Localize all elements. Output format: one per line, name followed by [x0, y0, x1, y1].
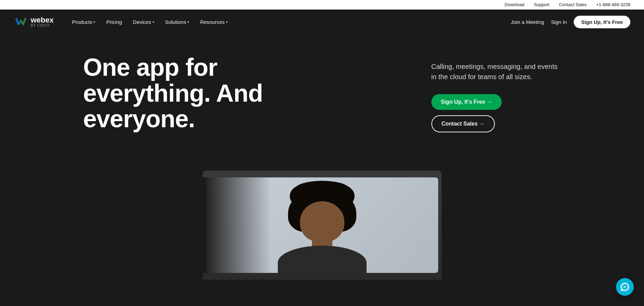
hero-left: One app for everything. And everyone. — [83, 55, 288, 142]
hero-image — [203, 171, 442, 280]
hero-right: Calling, meetings, messaging, and events… — [411, 55, 561, 132]
logo-cisco: by CISCO — [31, 24, 54, 27]
hero-image-placeholder — [203, 171, 442, 280]
sign-in-link[interactable]: Sign In — [551, 19, 567, 25]
nav-right-actions: Join a Meeting Sign In Sign Up, It's Fre… — [511, 16, 630, 28]
main-navigation: webex by CISCO Products ▾ Pricing Device… — [0, 10, 644, 34]
hero-headline: One app for everything. And everyone. — [83, 55, 288, 132]
signup-nav-button[interactable]: Sign Up, It's Free — [574, 16, 630, 28]
top-utility-bar: Download Support Contact Sales +1-888-46… — [0, 0, 644, 10]
hero-content: One app for everything. And everyone. Ca… — [83, 55, 561, 142]
phone-link[interactable]: +1-888-469-3239 — [596, 2, 630, 7]
download-link[interactable]: Download — [505, 2, 525, 7]
chevron-down-icon: ▾ — [94, 20, 95, 24]
logo-text: webex by CISCO — [31, 16, 54, 27]
nav-resources[interactable]: Resources ▾ — [195, 16, 232, 28]
contact-sales-hero-button[interactable]: Contact Sales → — [431, 115, 495, 132]
chevron-down-icon: ▾ — [187, 20, 189, 24]
webex-logo-icon — [14, 15, 28, 29]
hero-section: One app for everything. And everyone. Ca… — [0, 34, 644, 280]
nav-pricing[interactable]: Pricing — [101, 16, 127, 28]
join-meeting-link[interactable]: Join a Meeting — [511, 19, 544, 25]
chevron-down-icon: ▾ — [153, 20, 154, 24]
hero-subtext: Calling, meetings, messaging, and events… — [431, 61, 561, 82]
chevron-down-icon: ▾ — [226, 20, 228, 24]
nav-solutions[interactable]: Solutions ▾ — [160, 16, 194, 28]
hero-buttons: Sign Up, It's Free → Contact Sales → — [431, 94, 561, 132]
nav-links: Products ▾ Pricing Devices ▾ Solutions ▾… — [67, 16, 511, 28]
nav-products[interactable]: Products ▾ — [67, 16, 100, 28]
logo[interactable]: webex by CISCO — [14, 15, 54, 29]
support-link[interactable]: Support — [534, 2, 549, 7]
logo-webex: webex — [31, 16, 54, 24]
contact-sales-link[interactable]: Contact Sales — [559, 2, 587, 7]
nav-devices[interactable]: Devices ▾ — [128, 16, 159, 28]
signup-hero-button[interactable]: Sign Up, It's Free → — [431, 94, 502, 110]
